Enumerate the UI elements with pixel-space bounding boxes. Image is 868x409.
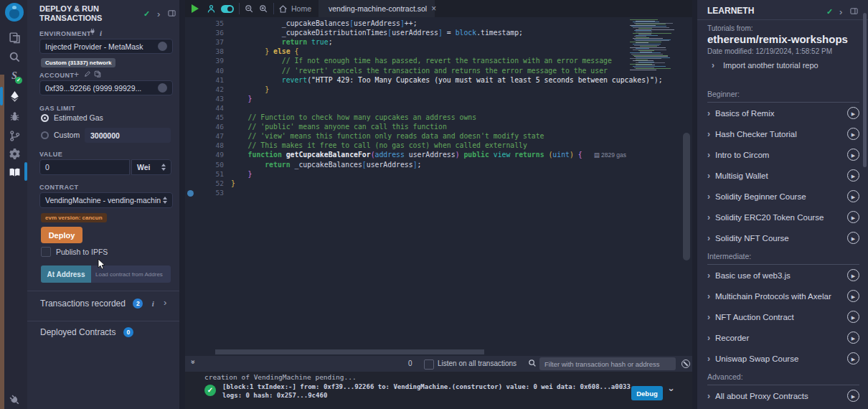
copy-account-icon[interactable] <box>94 70 101 77</box>
settings-button[interactable] <box>5 145 24 162</box>
tutorial-item[interactable]: ›All about Proxy Contracts▶ <box>707 385 859 406</box>
tutorial-item[interactable]: ›Multichain Protocols with Axelar▶ <box>707 286 859 306</box>
account-select-badge[interactable] <box>158 83 167 93</box>
terminal-search-icon[interactable] <box>528 359 537 367</box>
panel-scrollbar[interactable] <box>863 13 867 167</box>
debug-button[interactable]: Debug <box>631 386 663 400</box>
play-tutorial-button[interactable]: ▶ <box>847 290 859 302</box>
listen-label[interactable]: Listen on all transactions <box>438 359 516 367</box>
estimated-gas-option[interactable]: Estimated Gas <box>41 113 103 122</box>
chevron-right-icon: › <box>707 212 710 222</box>
home-button[interactable] <box>277 0 288 17</box>
divider <box>239 3 240 14</box>
edit-account-icon[interactable] <box>84 70 91 77</box>
minimap[interactable] <box>628 19 674 72</box>
play-tutorial-button[interactable]: ▶ <box>847 390 859 402</box>
play-tutorial-button[interactable]: ▶ <box>847 169 859 182</box>
solidity-compiler-button[interactable]: S ✓ <box>5 67 24 85</box>
horizontal-scrollbar[interactable] <box>215 349 484 354</box>
tutorial-item[interactable]: ›Recorder▶ <box>707 327 859 348</box>
code-line-46: 46 // 'public' means anyone can call thi… <box>185 123 692 132</box>
tutorial-item[interactable]: ›Solidity Beginner Course▶ <box>707 186 859 207</box>
tutorial-item[interactable]: ›Basics of Remix▶ <box>707 103 859 123</box>
tutorial-item[interactable]: ›Intro to Circom▶ <box>707 144 859 165</box>
divider <box>27 321 179 321</box>
play-tutorial-button[interactable]: ▶ <box>847 128 859 140</box>
play-tutorial-button[interactable]: ▶ <box>847 190 859 202</box>
copilot-toggle[interactable] <box>220 0 235 17</box>
tutorial-item[interactable]: ›Solidity ERC20 Token Course▶ <box>707 207 859 227</box>
expand-tx-chevron-icon[interactable]: › <box>666 388 677 391</box>
vertical-scrollbar[interactable] <box>683 133 690 260</box>
pin-panel-icon[interactable] <box>168 9 176 17</box>
custom-gas-input[interactable]: 3000000 <box>85 128 171 143</box>
zoom-out-button[interactable] <box>242 0 255 17</box>
tutorial-item[interactable]: ›Uniswap Swap Course▶ <box>707 348 859 369</box>
plug-small-icon[interactable] <box>89 28 96 35</box>
filter-input[interactable]: Filter with transaction hash or address <box>539 357 676 370</box>
pin-panel-icon[interactable] <box>850 7 858 15</box>
editor-toolbar: Home vending-machine-contract.sol × <box>185 0 692 18</box>
add-account-icon[interactable]: + <box>74 70 79 80</box>
tab-vending-machine-contract[interactable]: vending-machine-contract.sol × <box>319 0 435 17</box>
home-tab-label[interactable]: Home <box>288 0 314 17</box>
environment-select-badge[interactable] <box>158 42 167 51</box>
account-select[interactable]: 0xf39...92266 (9999.99929... <box>39 80 173 95</box>
chevron-right-icon[interactable]: › <box>157 9 160 19</box>
listen-checkbox[interactable] <box>424 359 434 370</box>
plugin-connect-button[interactable] <box>5 391 24 408</box>
play-tutorial-button[interactable]: ▶ <box>847 352 859 365</box>
transactions-recorded-row[interactable]: Transactions recorded 2 i › <box>40 296 179 316</box>
play-tutorial-button[interactable]: ▶ <box>847 149 859 161</box>
custom-gas-option[interactable]: Custom <box>41 131 80 139</box>
play-tutorial-button[interactable]: ▶ <box>847 107 859 119</box>
play-icon <box>192 4 199 13</box>
zoom-in-button[interactable] <box>257 0 270 17</box>
tutorial-title: Uniswap Swap Course <box>715 354 798 363</box>
environment-select[interactable]: Injected Provider - MetaMask <box>39 39 173 54</box>
search-button[interactable] <box>5 48 24 65</box>
code-line-36: 36 _cupcakeDistributionTimes[userAddress… <box>185 29 692 38</box>
tutorial-item[interactable]: ›Hash Checker Tutorial▶ <box>707 123 859 144</box>
run-script-button[interactable] <box>189 0 201 17</box>
learneth-button[interactable] <box>5 164 24 181</box>
code-editor[interactable]: 35 _cupcakeBalances[userAddress]++;36 _c… <box>185 17 692 349</box>
expand-chevron-icon[interactable]: › <box>164 297 166 308</box>
deployed-contracts-row[interactable]: Deployed Contracts 0 <box>40 325 179 345</box>
unit-stepper-icon[interactable] <box>161 164 166 171</box>
code-line-49: 49 function getCupcakeBalanceFor(address… <box>185 151 692 160</box>
contract-select[interactable]: VendingMachine - vending-machin <box>39 192 173 208</box>
play-tutorial-button[interactable]: ▶ <box>847 332 859 344</box>
close-tab-icon[interactable]: × <box>431 4 436 14</box>
expand-terminal-icon[interactable]: « <box>189 360 197 365</box>
tutorial-item[interactable]: ›Basic use of web3.js▶ <box>707 265 859 286</box>
play-tutorial-button[interactable]: ▶ <box>847 211 859 223</box>
file-explorer-button[interactable] <box>5 29 24 46</box>
tutorial-item[interactable]: ›Deploy with Libraries▶ <box>707 406 859 409</box>
source-control-button[interactable] <box>5 127 24 144</box>
play-tutorial-button[interactable]: ▶ <box>847 232 859 244</box>
deploy-button[interactable]: Deploy <box>41 227 82 243</box>
tutorial-item[interactable]: ›Multisig Wallet▶ <box>707 165 859 186</box>
git-branch-icon <box>9 130 21 142</box>
breakpoint-icon[interactable] <box>187 190 194 197</box>
publish-ipfs-option[interactable]: Publish to IPFS <box>41 247 108 257</box>
info-icon[interactable]: i <box>152 299 154 308</box>
tutorial-item[interactable]: ›NFT Auction Contract▶ <box>707 306 859 327</box>
play-tutorial-button[interactable]: ▶ <box>847 311 859 323</box>
value-unit-select[interactable]: Wei <box>131 159 171 175</box>
chevron-right-icon[interactable]: › <box>839 6 842 17</box>
network-badge: Custom (31337) network <box>41 58 115 67</box>
assistant-button[interactable] <box>204 0 217 17</box>
checkbox-icon[interactable] <box>41 247 51 257</box>
info-icon[interactable]: i <box>100 29 102 37</box>
debugger-button[interactable] <box>5 108 24 125</box>
remix-logo[interactable] <box>5 4 24 21</box>
clear-console-icon[interactable] <box>681 359 690 368</box>
at-address-button[interactable]: At Address <box>41 265 91 283</box>
value-input[interactable]: 0 <box>39 159 130 175</box>
tutorial-item[interactable]: ›Solidity NFT Course▶ <box>707 227 859 248</box>
import-repo-toggle[interactable]: › Import another tutorial repo <box>712 60 819 70</box>
play-tutorial-button[interactable]: ▶ <box>847 269 859 281</box>
deploy-run-button[interactable] <box>5 88 24 105</box>
